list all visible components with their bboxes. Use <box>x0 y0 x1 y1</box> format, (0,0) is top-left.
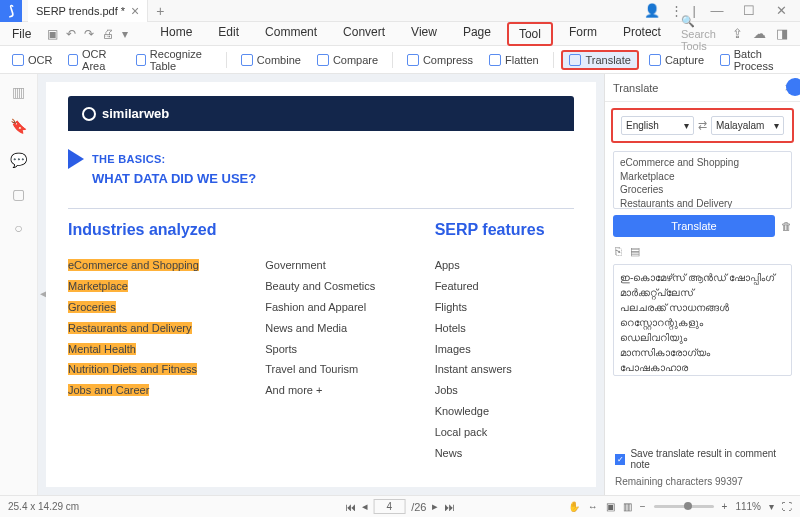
zoom-slider[interactable] <box>654 505 714 508</box>
compress-button[interactable]: Compress <box>401 51 479 69</box>
cursor-coords: 25.4 x 14.29 cm <box>8 501 79 512</box>
industries-heading: Industries analyzed <box>68 221 235 239</box>
translate-panel: Translate × English▾ ⇄ Malayalam▾ eComme… <box>604 74 800 495</box>
translate-float-icon[interactable] <box>786 78 800 96</box>
fullscreen-icon[interactable]: ⛶ <box>782 501 792 512</box>
page-total: /26 <box>411 501 426 513</box>
batch-icon <box>720 54 730 66</box>
recognize-table-button[interactable]: Recognize Table <box>130 45 218 75</box>
flatten-button[interactable]: Flatten <box>483 51 545 69</box>
undo-icon[interactable]: ↶ <box>66 27 76 41</box>
tab-tool[interactable]: Tool <box>507 22 553 46</box>
prev-page-icon[interactable]: ◂ <box>362 500 368 513</box>
tab-form[interactable]: Form <box>559 22 607 46</box>
basics-question: WHAT DATA DID WE USE? <box>92 171 574 186</box>
arrow-icon <box>68 149 84 169</box>
hand-tool-icon[interactable]: ✋ <box>568 501 580 512</box>
batch-button[interactable]: Batch Process <box>714 45 794 75</box>
attachment-icon[interactable]: ▢ <box>12 186 25 202</box>
cloud-icon[interactable]: ☁ <box>753 26 766 41</box>
document-tab[interactable]: SERP trends.pdf * × <box>28 0 148 22</box>
target-language-select[interactable]: Malayalam▾ <box>711 116 784 135</box>
tab-home[interactable]: Home <box>150 22 202 46</box>
ocr-area-icon <box>68 54 78 66</box>
user-icon[interactable]: 👤 <box>644 3 660 18</box>
main-area: ▥ 🔖 💬 ▢ ○ ◂ similarweb THE BASICS: WHAT … <box>0 74 800 495</box>
maximize-button[interactable]: ☐ <box>738 3 760 18</box>
tab-page[interactable]: Page <box>453 22 501 46</box>
tab-edit[interactable]: Edit <box>208 22 249 46</box>
tab-protect[interactable]: Protect <box>613 22 671 46</box>
separator <box>392 52 393 68</box>
source-language-select[interactable]: English▾ <box>621 116 694 135</box>
fit-page-icon[interactable]: ▣ <box>606 501 615 512</box>
qat-chevron-icon[interactable]: ▾ <box>122 27 128 41</box>
search-icon[interactable]: ○ <box>14 220 22 236</box>
close-window-button[interactable]: ✕ <box>770 3 792 18</box>
redo-icon[interactable]: ↷ <box>84 27 94 41</box>
app-logo: ⟆ <box>0 0 22 22</box>
industries-item: Marketplace <box>68 280 128 292</box>
combine-button[interactable]: Combine <box>235 51 307 69</box>
compare-icon <box>317 54 329 66</box>
checkbox-checked-icon[interactable]: ✓ <box>615 454 625 465</box>
comment-add-icon[interactable]: ▤ <box>630 245 640 258</box>
combine-icon <box>241 54 253 66</box>
compare-button[interactable]: Compare <box>311 51 384 69</box>
zoom-out-icon[interactable]: − <box>640 501 646 512</box>
left-rail: ▥ 🔖 💬 ▢ ○ <box>0 74 38 495</box>
tab-convert[interactable]: Convert <box>333 22 395 46</box>
tab-title: SERP trends.pdf * <box>36 5 125 17</box>
translate-button[interactable]: Translate <box>561 50 638 70</box>
flatten-icon <box>489 54 501 66</box>
copy-icon[interactable]: ⎘ <box>615 245 622 258</box>
industries-list: eCommerce and Shopping Marketplace Groce… <box>68 255 235 401</box>
industries-item: Mental Health <box>68 343 136 355</box>
panel-icon[interactable]: ◨ <box>776 26 788 41</box>
zoom-chevron-icon[interactable]: ▾ <box>769 501 774 512</box>
share-icon[interactable]: ⇪ <box>732 26 743 41</box>
translate-icon <box>569 54 581 66</box>
ocr-area-button[interactable]: OCR Area <box>62 45 126 75</box>
panel-title: Translate <box>613 82 784 94</box>
file-menu[interactable]: File <box>4 25 39 43</box>
chevron-down-icon: ▾ <box>774 120 779 131</box>
first-page-icon[interactable]: ⏮ <box>345 501 356 513</box>
zoom-in-icon[interactable]: + <box>722 501 728 512</box>
doc-header: similarweb <box>68 96 574 131</box>
delete-icon[interactable]: 🗑 <box>781 220 792 232</box>
print-icon[interactable]: 🖨 <box>102 27 114 41</box>
thumbnails-icon[interactable]: ▥ <box>12 84 25 100</box>
industries-item: eCommerce and Shopping <box>68 259 199 271</box>
divider <box>68 208 574 209</box>
tab-comment[interactable]: Comment <box>255 22 327 46</box>
industries-list-2: Government Beauty and Cosmetics Fashion … <box>265 255 404 401</box>
compress-icon <box>407 54 419 66</box>
source-text-box[interactable]: eCommerce and Shopping Marketplace Groce… <box>613 151 792 209</box>
remaining-chars: Remaining characters 99397 <box>605 476 800 495</box>
layout-icon[interactable]: ▥ <box>623 501 632 512</box>
bookmark-icon[interactable]: 🔖 <box>10 118 27 134</box>
tab-view[interactable]: View <box>401 22 447 46</box>
page-number-input[interactable]: 4 <box>374 499 406 514</box>
language-row: English▾ ⇄ Malayalam▾ <box>611 108 794 143</box>
industries-item: Groceries <box>68 301 116 313</box>
save-note-row[interactable]: ✓ Save translate result in comment note <box>605 442 800 476</box>
output-text-box[interactable]: ഇ-കൊമേഴ്‌സ് ആൻഡ് ഷോപ്പിംഗ് മാർക്കറ്റ്പ്ല… <box>613 264 792 376</box>
zoom-thumb[interactable] <box>684 502 692 510</box>
fit-width-icon[interactable]: ↔ <box>588 501 598 512</box>
save-icon[interactable]: ▣ <box>47 27 58 41</box>
ocr-button[interactable]: OCR <box>6 51 58 69</box>
document-viewer[interactable]: ◂ similarweb THE BASICS: WHAT DATA DID W… <box>38 74 604 495</box>
zoom-level[interactable]: 111% <box>735 501 761 512</box>
capture-button[interactable]: Capture <box>643 51 710 69</box>
comment-icon[interactable]: 💬 <box>10 152 27 168</box>
next-page-icon[interactable]: ▸ <box>432 500 438 513</box>
status-bar: 25.4 x 14.29 cm ⏮ ◂ 4 /26 ▸ ⏭ ✋ ↔ ▣ ▥ − … <box>0 495 800 517</box>
translate-action-button[interactable]: Translate <box>613 215 775 237</box>
serp-list: Apps Featured Flights Hotels Images Inst… <box>435 255 574 464</box>
close-tab-icon[interactable]: × <box>131 3 139 19</box>
last-page-icon[interactable]: ⏭ <box>444 501 455 513</box>
add-tab-button[interactable]: + <box>148 3 172 19</box>
swap-languages-icon[interactable]: ⇄ <box>698 119 707 132</box>
